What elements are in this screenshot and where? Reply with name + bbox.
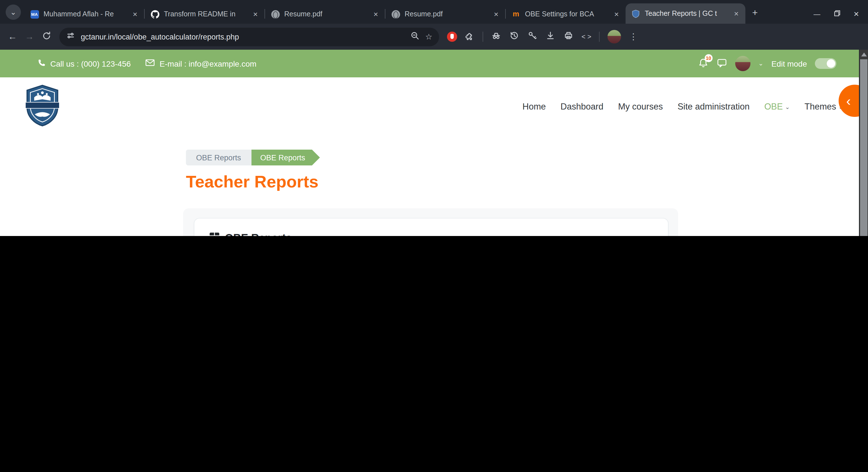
tab-2[interactable]: Transform README in × bbox=[145, 4, 265, 24]
drawer-chevron-icon: ‹ bbox=[846, 93, 851, 109]
toggle-knob bbox=[827, 59, 835, 68]
tab-3[interactable]: Resume.pdf × bbox=[265, 4, 385, 24]
downloads-icon[interactable] bbox=[545, 31, 556, 43]
close-icon[interactable]: × bbox=[132, 10, 138, 19]
tab-search-button[interactable]: ⌄ bbox=[6, 4, 21, 20]
toolbar-divider bbox=[483, 32, 483, 42]
tab-title: Resume.pdf bbox=[284, 10, 368, 18]
edit-mode-label: Edit mode bbox=[771, 59, 807, 68]
forward-icon[interactable]: → bbox=[25, 32, 34, 42]
nav-dashboard[interactable]: Dashboard bbox=[561, 102, 603, 112]
scrollbar-thumb[interactable] bbox=[860, 59, 867, 236]
nav-obe-label: OBE bbox=[764, 102, 783, 112]
nav-obe[interactable]: OBE ⌄ bbox=[764, 102, 790, 112]
tab-title: Teacher Reports | GC t bbox=[645, 10, 728, 18]
close-icon[interactable]: × bbox=[613, 10, 620, 19]
messages-icon[interactable] bbox=[716, 57, 727, 70]
site-topbar: Call us : (000) 123-456 E-mail : info@ex… bbox=[0, 50, 868, 77]
tab-title: Resume.pdf bbox=[405, 10, 488, 18]
nav-site-administration[interactable]: Site administration bbox=[678, 102, 750, 112]
close-icon[interactable]: × bbox=[493, 10, 500, 19]
breadcrumb: OBE Reports OBE Reports bbox=[186, 149, 320, 165]
tab-active[interactable]: Teacher Reports | GC t × bbox=[626, 3, 745, 24]
obe-reports-card: OBE Reports Batch Students PO1 PO2 PO3 A… bbox=[194, 218, 669, 236]
email-group: E-mail : info@example.com bbox=[146, 59, 256, 68]
close-window-icon[interactable]: × bbox=[854, 9, 859, 19]
pdf-viewer-icon bbox=[271, 10, 280, 19]
incognito-icon[interactable] bbox=[491, 31, 501, 43]
zoom-out-icon[interactable] bbox=[410, 31, 420, 42]
email-label: E-mail : info@example.com bbox=[160, 59, 256, 68]
url-bar[interactable]: gctanur.in/local/obe_autocalculator/repo… bbox=[59, 27, 439, 46]
college-shield-icon bbox=[631, 9, 640, 18]
reload-icon[interactable] bbox=[42, 31, 52, 43]
browser-window: ⌄ MA Muhammed Aflah - Re × Transform REA… bbox=[0, 0, 868, 236]
scrollbar-up-arrow[interactable] bbox=[861, 53, 867, 57]
tab-title: OBE Settings for BCA bbox=[525, 10, 609, 18]
email-icon bbox=[146, 59, 155, 68]
main-nav: Home Dashboard My courses Site administr… bbox=[522, 102, 843, 112]
breadcrumb-item-active[interactable]: OBE Reports bbox=[251, 149, 320, 165]
phone-group: Call us : (000) 123-456 bbox=[37, 59, 131, 69]
bookmark-star-icon[interactable]: ☆ bbox=[425, 32, 432, 41]
notifications-bell-icon[interactable]: 10 bbox=[698, 57, 708, 70]
tab-title: Transform README in bbox=[164, 10, 248, 18]
browser-profile-avatar[interactable] bbox=[608, 30, 621, 43]
github-icon bbox=[150, 10, 159, 19]
page-scrollbar[interactable] bbox=[859, 50, 868, 236]
nav-my-courses[interactable]: My courses bbox=[618, 102, 663, 112]
browser-menu-icon[interactable]: ⋮ bbox=[629, 32, 638, 42]
nav-home[interactable]: Home bbox=[522, 102, 546, 112]
phone-label: Call us : (000) 123-456 bbox=[50, 59, 131, 68]
moodle-icon: m bbox=[512, 10, 521, 19]
nav-themes-label: Themes bbox=[804, 102, 836, 112]
user-avatar[interactable] bbox=[735, 56, 750, 71]
page-content: OBE Reports OBE Reports Teacher Reports … bbox=[0, 136, 868, 236]
tab-4[interactable]: Resume.pdf × bbox=[385, 4, 505, 24]
print-icon[interactable] bbox=[563, 31, 574, 43]
dev-code-icon[interactable]: < > bbox=[582, 33, 591, 41]
adblock-extension-icon[interactable] bbox=[447, 32, 457, 42]
page-title: Teacher Reports bbox=[186, 172, 318, 192]
restore-icon[interactable] bbox=[834, 10, 840, 18]
new-tab-button[interactable]: + bbox=[749, 7, 761, 19]
reports-container: OBE Reports Batch Students PO1 PO2 PO3 A… bbox=[183, 208, 678, 236]
chevron-down-icon: ⌄ bbox=[785, 104, 790, 110]
close-icon[interactable]: × bbox=[372, 10, 379, 19]
tab-title: Muhammed Aflah - Re bbox=[43, 10, 127, 18]
close-icon[interactable]: × bbox=[252, 10, 259, 19]
close-icon[interactable]: × bbox=[733, 9, 740, 18]
card-heading: OBE Reports bbox=[209, 232, 653, 236]
browser-toolbar: ← → gctanur.in/local/obe_autocalculator/… bbox=[0, 24, 868, 50]
site-settings-icon[interactable] bbox=[66, 31, 75, 42]
card-heading-label: OBE Reports bbox=[225, 232, 292, 236]
password-key-icon[interactable] bbox=[527, 31, 537, 43]
extensions-puzzle-icon[interactable] bbox=[465, 31, 475, 43]
minimize-icon[interactable]: — bbox=[813, 10, 820, 18]
site-header: Home Dashboard My courses Site administr… bbox=[0, 77, 868, 136]
tab-strip: ⌄ MA Muhammed Aflah - Re × Transform REA… bbox=[0, 0, 868, 24]
window-controls: — × bbox=[813, 9, 868, 24]
toolbar-divider bbox=[599, 32, 600, 42]
tab-1[interactable]: MA Muhammed Aflah - Re × bbox=[24, 4, 144, 24]
history-icon[interactable] bbox=[509, 31, 519, 43]
college-logo[interactable] bbox=[25, 84, 60, 129]
notification-count-badge: 10 bbox=[704, 54, 712, 62]
breadcrumb-item[interactable]: OBE Reports bbox=[186, 149, 251, 165]
back-icon[interactable]: ← bbox=[8, 32, 17, 42]
user-menu-chevron-icon[interactable]: ⌄ bbox=[758, 60, 763, 67]
nav-themes[interactable]: Themes ⌄ bbox=[804, 102, 843, 112]
ma-monogram-icon: MA bbox=[30, 10, 39, 19]
phone-icon bbox=[37, 59, 46, 69]
edit-mode-toggle[interactable] bbox=[815, 58, 836, 69]
pdf-viewer-icon bbox=[391, 10, 400, 19]
url-text[interactable]: gctanur.in/local/obe_autocalculator/repo… bbox=[81, 32, 405, 41]
table-grid-icon bbox=[209, 232, 220, 236]
tab-5[interactable]: m OBE Settings for BCA × bbox=[506, 4, 626, 24]
